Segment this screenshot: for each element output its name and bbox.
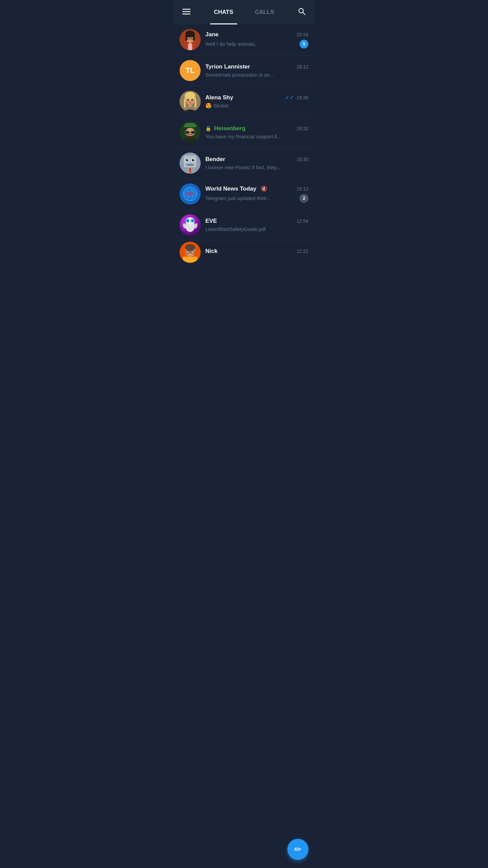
chat-bottom-row-tyrion: Sometimes possession is an... bbox=[205, 72, 308, 78]
svg-point-21 bbox=[187, 99, 189, 101]
chat-name-alena: Alena Shy bbox=[205, 94, 233, 101]
search-icon[interactable] bbox=[295, 4, 308, 20]
avatar-heisenberg bbox=[180, 122, 201, 143]
chat-bottom-row-wnt: Telegram just updated their... 2 bbox=[205, 194, 308, 203]
chat-item-tyrion[interactable]: TL Tyrion Lannister 18:12 Sometimes poss… bbox=[174, 55, 314, 86]
chat-name-nick: Nick bbox=[205, 248, 218, 255]
chat-preview-jane: Well I do help animals. bbox=[205, 41, 257, 47]
chat-content-tyrion: Tyrion Lannister 18:12 Sometimes possess… bbox=[205, 63, 308, 78]
chat-item-bender[interactable]: Bender 16:30 I looove new Pixels! If fac… bbox=[174, 148, 314, 179]
mute-icon-wnt: 🔇 bbox=[261, 185, 267, 192]
svg-point-22 bbox=[191, 99, 193, 101]
chat-preview-bender: I looove new Pixels! If fact, they... bbox=[205, 164, 281, 170]
svg-rect-0 bbox=[182, 9, 190, 10]
chat-top-row-wnt: World News Today 🔇 15:12 bbox=[205, 185, 308, 192]
lock-icon-heisenberg: 🔒 bbox=[205, 126, 211, 131]
chat-time-eve: 12:54 bbox=[297, 218, 308, 224]
chat-time-tyrion: 18:12 bbox=[297, 64, 308, 70]
avatar-tyrion: TL bbox=[180, 60, 201, 81]
svg-rect-28 bbox=[191, 131, 195, 134]
svg-point-40 bbox=[193, 159, 194, 160]
chat-content-heisenberg: 🔒 Heisenberg 18:32 You have my financial… bbox=[205, 125, 308, 139]
compose-icon: ✏ bbox=[294, 844, 302, 855]
unread-badge-wnt: 2 bbox=[300, 194, 308, 203]
chat-item-nick[interactable]: Nick 12:22 bbox=[174, 240, 314, 264]
chat-time-heisenberg: 18:32 bbox=[297, 126, 308, 131]
chat-top-row-jane: Jane 15:34 bbox=[205, 31, 308, 38]
chat-bottom-row-bender: I looove new Pixels! If fact, they... bbox=[205, 164, 308, 170]
header-tabs: CHATS CALLS bbox=[193, 0, 295, 24]
chat-item-heisenberg[interactable]: 🔒 Heisenberg 18:32 You have my financial… bbox=[174, 117, 314, 148]
chat-name-heisenberg: 🔒 Heisenberg bbox=[205, 125, 245, 132]
svg-point-39 bbox=[187, 159, 188, 160]
chat-name-jane: Jane bbox=[205, 31, 219, 38]
avatar-nick bbox=[180, 242, 201, 263]
chat-preview-eve: LaserBlastSafetyGuide.pdf bbox=[205, 226, 266, 232]
chat-top-row-tyrion: Tyrion Lannister 18:12 bbox=[205, 63, 308, 70]
chat-preview-alena: 😍 Sticker bbox=[205, 103, 229, 109]
chat-content-jane: Jane 15:34 Well I do help animals. 5 bbox=[205, 31, 308, 48]
svg-rect-1 bbox=[182, 11, 190, 12]
tab-chats-label: CHATS bbox=[214, 9, 233, 16]
svg-rect-27 bbox=[185, 131, 189, 134]
chat-name-eve: EVE bbox=[205, 218, 217, 224]
svg-line-4 bbox=[303, 13, 305, 15]
chat-top-row-nick: Nick 12:22 bbox=[205, 248, 308, 255]
chat-item-alena[interactable]: Alena Shy ✓✓ 19:30 😍 Sticker bbox=[174, 86, 314, 117]
chat-bottom-row-alena: 😍 Sticker bbox=[205, 103, 308, 109]
chat-time-wnt: 15:12 bbox=[297, 186, 308, 192]
chat-content-wnt: World News Today 🔇 15:12 Telegram just u… bbox=[205, 185, 308, 203]
svg-rect-71 bbox=[191, 251, 195, 253]
chat-preview-tyrion: Sometimes possession is an... bbox=[205, 72, 274, 78]
chat-top-row-eve: EVE 12:54 bbox=[205, 218, 308, 224]
double-check-alena: ✓✓ bbox=[285, 94, 294, 101]
chat-bottom-row-eve: LaserBlastSafetyGuide.pdf bbox=[205, 226, 308, 232]
chat-list: Jane 15:34 Well I do help animals. 5 TL … bbox=[174, 24, 314, 264]
avatar-bender bbox=[180, 153, 201, 174]
chat-time-jane: 15:34 bbox=[297, 32, 308, 37]
chat-item-eve[interactable]: EVE 12:54 LaserBlastSafetyGuide.pdf bbox=[174, 210, 314, 240]
chat-top-row-heisenberg: 🔒 Heisenberg 18:32 bbox=[205, 125, 308, 132]
chat-content-nick: Nick 12:22 bbox=[205, 248, 308, 256]
tab-calls-label: CALLS bbox=[255, 9, 274, 16]
chat-name-tyrion: Tyrion Lannister bbox=[205, 63, 250, 70]
chat-time-alena: ✓✓ 19:30 bbox=[285, 94, 308, 101]
chat-preview-wnt: Telegram just updated their... bbox=[205, 195, 271, 201]
tab-chats[interactable]: CHATS bbox=[203, 0, 244, 24]
chat-time-bender: 16:30 bbox=[297, 157, 308, 162]
chat-item-jane[interactable]: Jane 15:34 Well I do help animals. 5 bbox=[174, 24, 314, 55]
chat-time-nick: 12:22 bbox=[297, 249, 308, 254]
avatar-wnt: WNT bbox=[180, 183, 201, 204]
svg-rect-25 bbox=[185, 123, 195, 127]
svg-text:WNT: WNT bbox=[186, 192, 194, 196]
chat-name-wnt: World News Today 🔇 bbox=[205, 185, 267, 192]
chat-preview-heisenberg: You have my financial support if... bbox=[205, 134, 281, 139]
chat-item-wnt[interactable]: WNT World News Today 🔇 15:12 Telegram ju… bbox=[174, 179, 314, 210]
chat-content-bender: Bender 16:30 I looove new Pixels! If fac… bbox=[205, 156, 308, 170]
chat-content-eve: EVE 12:54 LaserBlastSafetyGuide.pdf bbox=[205, 218, 308, 232]
compose-fab[interactable]: ✏ bbox=[287, 839, 308, 860]
svg-point-69 bbox=[185, 244, 195, 251]
avatar-alena bbox=[180, 91, 201, 112]
avatar-eve bbox=[180, 214, 201, 235]
chat-content-alena: Alena Shy ✓✓ 19:30 😍 Sticker bbox=[205, 94, 308, 109]
svg-rect-32 bbox=[184, 138, 196, 143]
app-header: CHATS CALLS bbox=[174, 0, 314, 24]
svg-rect-70 bbox=[186, 251, 189, 253]
svg-rect-2 bbox=[182, 14, 190, 15]
svg-point-63 bbox=[191, 220, 194, 222]
chat-bottom-row-heisenberg: You have my financial support if... bbox=[205, 134, 308, 139]
chat-name-bender: Bender bbox=[205, 156, 225, 163]
unread-badge-jane: 5 bbox=[300, 40, 308, 48]
svg-point-20 bbox=[185, 92, 196, 100]
chat-top-row-bender: Bender 16:30 bbox=[205, 156, 308, 163]
tab-calls[interactable]: CALLS bbox=[244, 0, 285, 24]
avatar-jane bbox=[180, 29, 201, 50]
chat-top-row-alena: Alena Shy ✓✓ 19:30 bbox=[205, 94, 308, 101]
chat-bottom-row-jane: Well I do help animals. 5 bbox=[205, 40, 308, 48]
svg-point-62 bbox=[187, 220, 189, 222]
svg-rect-67 bbox=[183, 257, 197, 263]
menu-icon[interactable] bbox=[180, 5, 193, 20]
